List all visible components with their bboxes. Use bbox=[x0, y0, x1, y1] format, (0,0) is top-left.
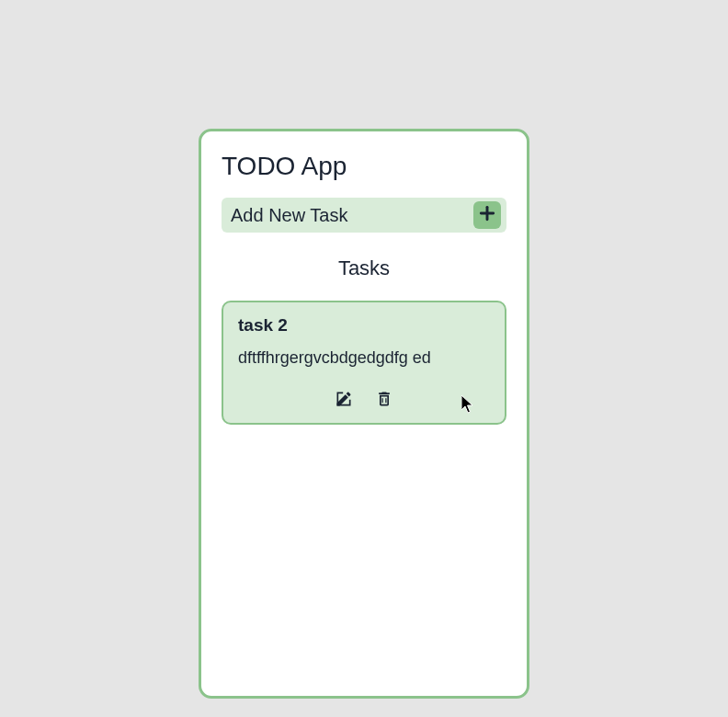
edit-icon bbox=[335, 390, 353, 412]
app-container: TODO App Add New Task Tasks task 2 dftff… bbox=[199, 129, 529, 699]
trash-icon bbox=[375, 390, 393, 412]
add-task-label: Add New Task bbox=[231, 205, 347, 226]
add-task-button[interactable] bbox=[473, 201, 501, 229]
task-actions bbox=[238, 390, 490, 412]
task-description: dftffhrgergvcbdgedgdfg ed bbox=[238, 348, 490, 368]
delete-task-button[interactable] bbox=[375, 390, 393, 412]
plus-icon bbox=[478, 204, 496, 226]
tasks-heading: Tasks bbox=[222, 256, 506, 280]
svg-rect-3 bbox=[385, 398, 386, 403]
edit-task-button[interactable] bbox=[335, 390, 353, 412]
task-title: task 2 bbox=[238, 315, 490, 336]
task-card: task 2 dftffhrgergvcbdgedgdfg ed bbox=[222, 301, 506, 425]
app-title: TODO App bbox=[222, 152, 506, 181]
add-task-bar[interactable]: Add New Task bbox=[222, 198, 506, 233]
svg-rect-2 bbox=[382, 398, 383, 403]
